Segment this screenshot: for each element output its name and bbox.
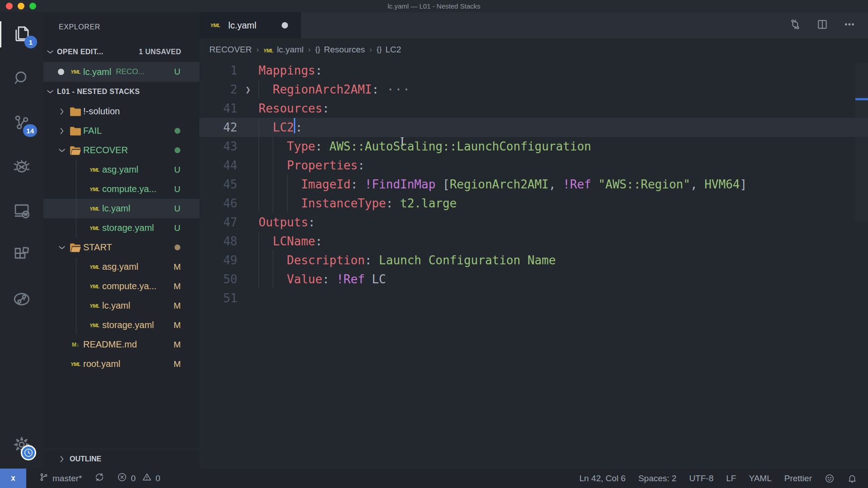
tree-item-lc-yaml[interactable]: YML lc.yamlU <box>43 199 199 218</box>
code-line-50[interactable]: 50 Value: !Ref LC <box>199 270 868 289</box>
breadcrumb-item[interactable]: {}Resources <box>315 45 365 55</box>
chevron-right-icon: › <box>308 45 311 54</box>
tree-item-label: compute.ya... <box>102 281 156 291</box>
tree-item-label: storage.yaml <box>102 320 154 330</box>
breadcrumb-item[interactable]: {}LC2 <box>377 45 401 55</box>
more-actions-icon[interactable] <box>844 19 855 32</box>
outline-header[interactable]: OUTLINE <box>43 449 199 469</box>
activity-remote-explorer-button[interactable] <box>0 189 43 234</box>
activity-gitlens-button[interactable] <box>0 278 43 322</box>
status-cursor-position[interactable]: Ln 42, Col 6 <box>573 469 632 488</box>
code-line-49[interactable]: 49 Description: Launch Configuration Nam… <box>199 251 868 270</box>
workspace-header[interactable]: L01 - NESTED STACKS <box>43 82 199 102</box>
fold-gutter <box>237 156 259 175</box>
fold-gutter <box>237 99 259 118</box>
activity-explorer-button[interactable]: 1 <box>0 12 43 56</box>
open-editor-item[interactable]: YML lc.yaml RECO... U <box>43 62 199 82</box>
fold-chevron-icon[interactable]: ❯ <box>237 80 259 99</box>
tree-item-compute-ya-[interactable]: YML compute.ya...M <box>43 277 199 296</box>
yaml-file-icon: YML <box>87 264 102 270</box>
folder-icon <box>68 243 83 253</box>
fold-gutter <box>237 270 259 289</box>
breadcrumb-item[interactable]: RECOVER <box>209 45 252 55</box>
problems-button[interactable]: 0 0 <box>111 469 166 488</box>
split-editor-icon[interactable] <box>816 19 828 32</box>
status-eol[interactable]: LF <box>720 469 742 488</box>
titlebar: lc.yaml — L01 - Nested Stacks <box>0 0 868 12</box>
open-editors-header[interactable]: OPEN EDIT... 1 UNSAVED <box>43 42 199 62</box>
remote-explorer-icon <box>12 201 31 222</box>
status-indentation[interactable]: Spaces: 2 <box>632 469 683 488</box>
code-line-1[interactable]: 1 Mappings: <box>199 61 868 80</box>
line-number: 47 <box>199 213 237 232</box>
extensions-icon <box>12 245 31 266</box>
remote-indicator-button[interactable] <box>0 469 26 488</box>
activity-run-debug-button[interactable] <box>0 145 43 189</box>
code-line-41[interactable]: 41 Resources: <box>199 99 868 118</box>
chevron-down-icon <box>56 146 68 155</box>
tree-item-lc-yaml[interactable]: YML lc.yamlM <box>43 296 199 315</box>
tree-item-start[interactable]: START <box>43 238 199 257</box>
fold-gutter <box>237 289 259 308</box>
md-file-icon: M↓ <box>68 342 83 348</box>
code-line-42[interactable]: 42 LC2: <box>199 118 868 137</box>
window-title: lc.yaml — L01 - Nested Stacks <box>0 2 868 10</box>
code-line-48[interactable]: 48 LCName: <box>199 232 868 251</box>
tree-item--solution[interactable]: !-solution <box>43 102 199 121</box>
tree-item-fail[interactable]: FAIL <box>43 121 199 141</box>
symbol-braces-icon: {} <box>315 45 320 54</box>
tree-item-readme-md[interactable]: M↓ README.mdM <box>43 335 199 354</box>
git-dot-icon <box>175 128 180 134</box>
warning-icon <box>142 472 152 484</box>
code-line-51[interactable]: 51 <box>199 289 868 308</box>
symbol-braces-icon: {} <box>377 45 382 54</box>
yaml-file-icon: YML <box>87 225 102 231</box>
unsaved-dot-icon[interactable] <box>282 22 288 28</box>
git-status-badge: M <box>172 340 182 350</box>
status-formatter[interactable]: Prettier <box>778 469 818 488</box>
activity-source-control-button[interactable]: 14 <box>0 101 43 145</box>
code-line-43[interactable]: 43 Type: AWS::AutoScaling::LaunchConfigu… <box>199 137 868 156</box>
unsaved-dot-icon[interactable] <box>58 69 64 75</box>
yaml-file-icon: YML <box>87 323 102 328</box>
code-line-44[interactable]: 44 Properties: <box>199 156 868 175</box>
code-line-2[interactable]: 2 ❯ RegionArch2AMI: ··· <box>199 80 868 99</box>
tree-item-compute-ya-[interactable]: YML compute.ya...U <box>43 179 199 199</box>
tree-item-asg-yaml[interactable]: YML asg.yamlU <box>43 160 199 179</box>
chevron-down-icon <box>43 87 57 96</box>
sync-button[interactable] <box>88 469 111 488</box>
git-status-badge: M <box>172 301 182 311</box>
tab-lc-yaml[interactable]: YML lc.yaml <box>199 12 301 38</box>
status-encoding[interactable]: UTF-8 <box>683 469 720 488</box>
line-number: 49 <box>199 251 237 270</box>
gitlens-icon <box>12 290 31 310</box>
feedback-smiley-button[interactable] <box>818 469 841 488</box>
activity-settings-button[interactable] <box>0 426 43 465</box>
folder-icon <box>68 126 83 136</box>
git-branch-button[interactable]: master* <box>33 469 88 488</box>
yaml-file-icon: YML <box>87 167 102 173</box>
fold-gutter <box>237 251 259 270</box>
breadcrumb-item[interactable]: YMLlc.yaml <box>264 45 304 55</box>
line-number: 2 <box>199 80 237 99</box>
open-changes-icon[interactable] <box>789 19 801 32</box>
code-editor[interactable]: I 1 Mappings:2 ❯ RegionArch2AMI: ···41 R… <box>199 61 868 469</box>
tree-item-storage-yaml[interactable]: YML storage.yamlM <box>43 315 199 335</box>
activity-search-button[interactable] <box>0 56 43 101</box>
notifications-bell-button[interactable] <box>841 469 863 488</box>
code-line-47[interactable]: 47 Outputs: <box>199 213 868 232</box>
code-line-46[interactable]: 46 InstanceType: t2.large <box>199 194 868 213</box>
line-number: 45 <box>199 175 237 194</box>
tree-item-root-yaml[interactable]: YML root.yamlM <box>43 354 199 374</box>
git-status-badge: M <box>172 320 182 330</box>
tab-bar: YML lc.yaml <box>199 12 868 38</box>
activity-extensions-button[interactable] <box>0 234 43 278</box>
tree-item-storage-yaml[interactable]: YML storage.yamlU <box>43 218 199 238</box>
status-language-mode[interactable]: YAML <box>742 469 778 488</box>
sync-icon <box>94 472 104 484</box>
chevron-right-icon: › <box>369 45 372 54</box>
tree-item-recover[interactable]: RECOVER <box>43 141 199 160</box>
code-line-45[interactable]: 45 ImageId: !FindInMap [RegionArch2AMI, … <box>199 175 868 194</box>
tree-item-asg-yaml[interactable]: YML asg.yamlM <box>43 257 199 277</box>
folder-icon <box>68 107 83 117</box>
